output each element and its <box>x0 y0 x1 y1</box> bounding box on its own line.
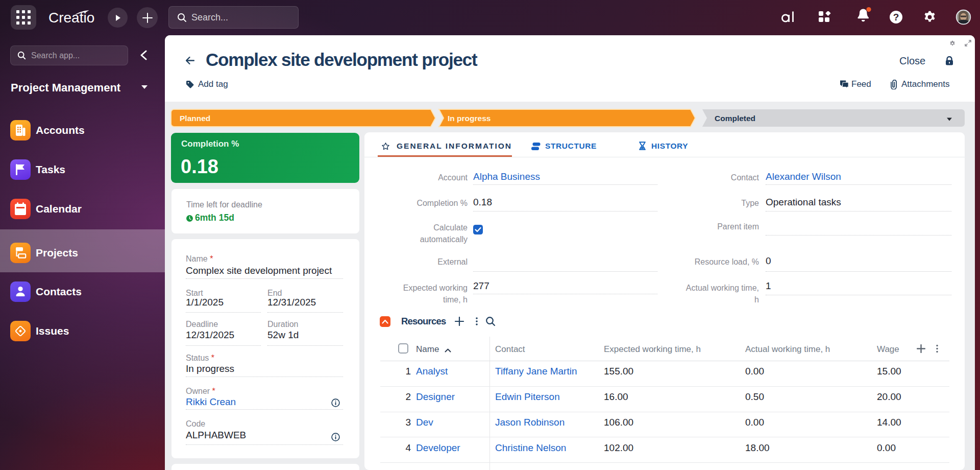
svg-text:In progress: In progress <box>448 114 491 123</box>
svg-text:Completed: Completed <box>715 114 755 123</box>
svg-text:Planned: Planned <box>180 114 210 123</box>
